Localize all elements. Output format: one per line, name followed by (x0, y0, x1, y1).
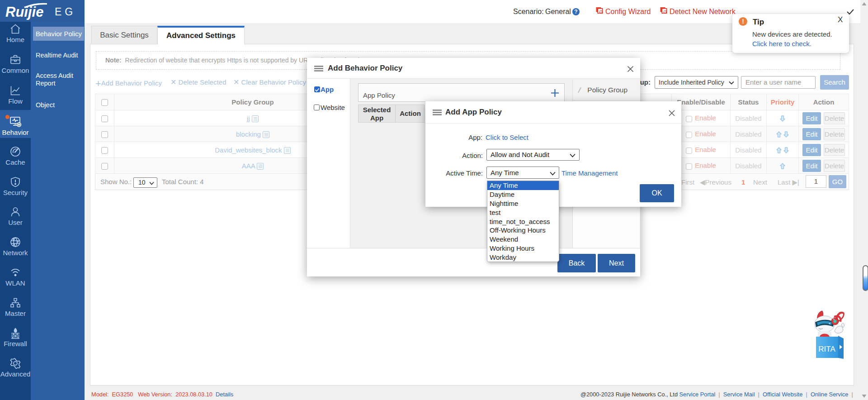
svg-text:EG: EG (55, 6, 76, 18)
svg-text:RITA: RITA (818, 345, 835, 353)
svg-text:Ruijie: Ruijie (5, 4, 43, 20)
